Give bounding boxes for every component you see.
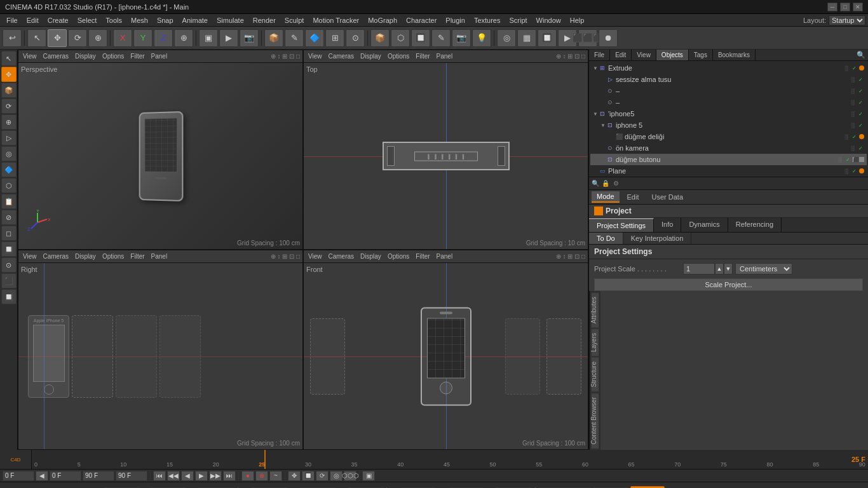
- step-back-btn[interactable]: ◀◀: [167, 471, 180, 481]
- lt-anim[interactable]: 🔲: [1, 289, 17, 304]
- lt-texture[interactable]: ⊘: [1, 210, 17, 225]
- move-key-btn[interactable]: ✥: [288, 471, 301, 481]
- scale-project-button[interactable]: Scale Project...: [594, 278, 863, 290]
- rvt-structure[interactable]: Structure: [591, 357, 599, 392]
- menu-script[interactable]: Script: [505, 15, 531, 25]
- move-tool[interactable]: ✥: [48, 29, 67, 47]
- vp-top-filter[interactable]: Filter: [414, 53, 431, 60]
- ps-subtab-keyinterp[interactable]: Key Interpolation: [623, 233, 692, 244]
- axis-world[interactable]: ⊕: [174, 29, 193, 47]
- select-tool[interactable]: ↖: [27, 29, 46, 47]
- vp-front-cameras[interactable]: Cameras: [327, 253, 356, 260]
- view-tab[interactable]: View: [632, 50, 656, 60]
- tree-item-extrude[interactable]: ▼ ⊞ Extrude ░ ✓: [590, 62, 867, 74]
- tree-item-iphone5[interactable]: ▼ ⊡ iphone 5 ░ ✓: [590, 119, 867, 131]
- lt-spline[interactable]: 🔷: [1, 162, 17, 177]
- motion-path-btn[interactable]: ~: [269, 471, 282, 481]
- lights[interactable]: 💡: [472, 29, 491, 47]
- vp-cameras-menu[interactable]: Cameras: [41, 53, 71, 60]
- menu-help[interactable]: Help: [566, 15, 588, 25]
- lt-rotate[interactable]: ⟳: [1, 98, 17, 114]
- render-viewport[interactable]: ▶: [219, 29, 238, 47]
- ps-subtab-todo[interactable]: To Do: [589, 233, 623, 244]
- lt-deform[interactable]: ⬡: [1, 178, 17, 193]
- start-frame-field[interactable]: [50, 471, 81, 481]
- timeline-main[interactable]: 0 5 10 15 20 25 30 35 40 45 50 55 60 65 …: [32, 450, 868, 469]
- vp-front-options[interactable]: Options: [386, 253, 411, 260]
- menu-character[interactable]: Character: [402, 15, 440, 25]
- ps-tab-dynamics[interactable]: Dynamics: [681, 218, 728, 232]
- point-tool[interactable]: ⊙: [346, 29, 365, 47]
- goto-start-btn[interactable]: ⏮: [153, 471, 166, 481]
- lt-light[interactable]: 🔲: [1, 241, 17, 257]
- tree-item-dot2[interactable]: ▶ ⊙ – ░ ✓: [590, 97, 867, 108]
- lt-nurbs[interactable]: ◎: [1, 146, 17, 161]
- viewport-solo[interactable]: ◎: [497, 29, 516, 47]
- viewport-front-content[interactable]: Front: [304, 263, 588, 449]
- menu-file[interactable]: File: [3, 15, 22, 25]
- scale-spin-up[interactable]: ▲: [715, 263, 724, 274]
- tree-item-dugme-deligi[interactable]: ▶ ⬛ düğme deliği ░ ✓: [590, 131, 867, 142]
- undo-button[interactable]: ↩: [3, 29, 22, 47]
- anim-btn1[interactable]: ⟳: [316, 471, 329, 481]
- menu-window[interactable]: Window: [532, 15, 565, 25]
- axis-y[interactable]: Y: [133, 29, 153, 47]
- lock-key-btn[interactable]: 🔲: [302, 471, 315, 481]
- tree-item-on-kamera[interactable]: ▶ ⊙ ön kamera ░ ✓: [590, 142, 867, 154]
- menu-textures[interactable]: Textures: [470, 15, 505, 25]
- edit-tab[interactable]: Edit: [610, 50, 632, 60]
- rvt-attributes[interactable]: Attributes: [591, 292, 599, 328]
- tree-item-sessize[interactable]: ▶ ▷ sessize alma tusu ░ ✓: [590, 74, 867, 85]
- vp-options-menu[interactable]: Options: [100, 53, 126, 60]
- menu-simulate[interactable]: Simulate: [213, 15, 248, 25]
- deformers[interactable]: 🔲: [411, 29, 430, 47]
- layout-dropdown[interactable]: Startup: [829, 15, 865, 25]
- unit-select[interactable]: Centimeters Meters: [735, 263, 792, 274]
- ps-tab-settings[interactable]: Project Settings: [589, 218, 654, 232]
- vp-front-filter[interactable]: Filter: [414, 253, 431, 260]
- end-frame-field2[interactable]: [116, 471, 147, 481]
- menu-render[interactable]: Render: [249, 15, 280, 25]
- vp-top-options[interactable]: Options: [386, 53, 411, 60]
- user-data-tab[interactable]: User Data: [647, 192, 689, 202]
- menu-plugin[interactable]: Plugin: [442, 15, 469, 25]
- vp-right-panel[interactable]: Panel: [149, 253, 170, 260]
- project-scale-input[interactable]: [683, 263, 715, 274]
- prev-frame-btn[interactable]: ◀: [36, 471, 48, 481]
- vp-panel-menu[interactable]: Panel: [149, 53, 170, 60]
- apply-button[interactable]: Apply: [630, 486, 665, 489]
- menu-sculpt[interactable]: Sculpt: [281, 15, 308, 25]
- ps-tab-info[interactable]: Info: [654, 218, 681, 232]
- edge-tool[interactable]: ⊞: [325, 29, 344, 47]
- timeline-btn[interactable]: ⬛⬛⬛: [578, 29, 597, 47]
- minimize-button[interactable]: ─: [827, 3, 837, 11]
- objects-tab[interactable]: Objects: [656, 50, 689, 60]
- polygon-tool[interactable]: 🔷: [305, 29, 324, 47]
- axis-x[interactable]: X: [113, 29, 132, 47]
- end-frame-field[interactable]: [83, 471, 114, 481]
- render-region[interactable]: ▣: [199, 29, 218, 47]
- lt-object[interactable]: 📦: [1, 83, 17, 98]
- menu-motion-tracker[interactable]: Motion Tracker: [309, 15, 363, 25]
- vp-view-menu[interactable]: View: [21, 53, 39, 60]
- tree-item-dugme-butonu[interactable]: ▶ ⊡ düğme butonu ░ ✓ ⬛: [590, 154, 867, 165]
- menu-tools[interactable]: Tools: [102, 15, 126, 25]
- edit-tab-prop[interactable]: Edit: [622, 192, 644, 202]
- current-frame-field[interactable]: [3, 471, 34, 481]
- vp-right-filter[interactable]: Filter: [128, 253, 146, 260]
- bookmarks-tab[interactable]: Bookmarks: [713, 50, 756, 60]
- record-btn[interactable]: ⏺: [599, 29, 618, 47]
- cameras[interactable]: 📷: [452, 29, 471, 47]
- vp-top-panel[interactable]: Panel: [435, 53, 455, 60]
- lt-render[interactable]: ⬛: [1, 273, 17, 288]
- maximize-button[interactable]: □: [840, 3, 850, 11]
- tree-item-plane[interactable]: ▶ ▭ Plane ░ ✓: [590, 165, 867, 177]
- tree-item-dot1[interactable]: ▶ ⊙ – ░ ✓: [590, 85, 867, 97]
- snap-btn[interactable]: 🔲: [538, 29, 557, 47]
- lt-material[interactable]: 📋: [1, 194, 17, 209]
- vp-right-display[interactable]: Display: [73, 253, 98, 260]
- floor-grid[interactable]: ▦: [517, 29, 536, 47]
- viewport-top-content[interactable]: Top ▐ ▐ ▐ ▐ ▐ ▐ Grid: [304, 63, 588, 249]
- vp-top-cameras[interactable]: Cameras: [327, 53, 356, 60]
- close-button[interactable]: ✕: [853, 3, 863, 11]
